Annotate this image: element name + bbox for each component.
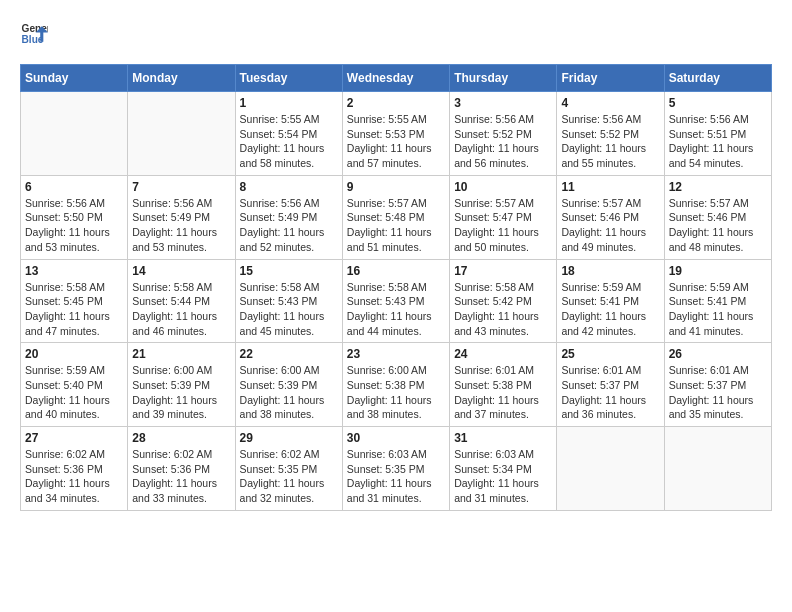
calendar-cell: 28Sunrise: 6:02 AMSunset: 5:36 PMDayligh…	[128, 427, 235, 511]
calendar-header-row: SundayMondayTuesdayWednesdayThursdayFrid…	[21, 65, 772, 92]
weekday-header: Friday	[557, 65, 664, 92]
day-number: 1	[240, 96, 338, 110]
calendar-table: SundayMondayTuesdayWednesdayThursdayFrid…	[20, 64, 772, 511]
calendar-cell: 22Sunrise: 6:00 AMSunset: 5:39 PMDayligh…	[235, 343, 342, 427]
weekday-header: Thursday	[450, 65, 557, 92]
day-detail: Sunrise: 6:02 AMSunset: 5:36 PMDaylight:…	[25, 447, 123, 506]
calendar-week-row: 27Sunrise: 6:02 AMSunset: 5:36 PMDayligh…	[21, 427, 772, 511]
calendar-cell: 15Sunrise: 5:58 AMSunset: 5:43 PMDayligh…	[235, 259, 342, 343]
day-number: 29	[240, 431, 338, 445]
day-detail: Sunrise: 5:56 AMSunset: 5:50 PMDaylight:…	[25, 196, 123, 255]
day-detail: Sunrise: 5:58 AMSunset: 5:42 PMDaylight:…	[454, 280, 552, 339]
day-number: 28	[132, 431, 230, 445]
day-detail: Sunrise: 5:55 AMSunset: 5:53 PMDaylight:…	[347, 112, 445, 171]
day-number: 16	[347, 264, 445, 278]
calendar-week-row: 1Sunrise: 5:55 AMSunset: 5:54 PMDaylight…	[21, 92, 772, 176]
weekday-header: Tuesday	[235, 65, 342, 92]
day-number: 6	[25, 180, 123, 194]
day-number: 3	[454, 96, 552, 110]
day-number: 15	[240, 264, 338, 278]
calendar-cell: 30Sunrise: 6:03 AMSunset: 5:35 PMDayligh…	[342, 427, 449, 511]
day-detail: Sunrise: 5:59 AMSunset: 5:41 PMDaylight:…	[561, 280, 659, 339]
day-detail: Sunrise: 5:57 AMSunset: 5:46 PMDaylight:…	[561, 196, 659, 255]
calendar-cell: 24Sunrise: 6:01 AMSunset: 5:38 PMDayligh…	[450, 343, 557, 427]
calendar-cell: 16Sunrise: 5:58 AMSunset: 5:43 PMDayligh…	[342, 259, 449, 343]
day-detail: Sunrise: 5:56 AMSunset: 5:52 PMDaylight:…	[454, 112, 552, 171]
day-detail: Sunrise: 5:56 AMSunset: 5:49 PMDaylight:…	[240, 196, 338, 255]
day-detail: Sunrise: 5:56 AMSunset: 5:49 PMDaylight:…	[132, 196, 230, 255]
calendar-week-row: 20Sunrise: 5:59 AMSunset: 5:40 PMDayligh…	[21, 343, 772, 427]
day-detail: Sunrise: 5:57 AMSunset: 5:46 PMDaylight:…	[669, 196, 767, 255]
day-detail: Sunrise: 5:59 AMSunset: 5:41 PMDaylight:…	[669, 280, 767, 339]
calendar-cell: 23Sunrise: 6:00 AMSunset: 5:38 PMDayligh…	[342, 343, 449, 427]
calendar-cell: 7Sunrise: 5:56 AMSunset: 5:49 PMDaylight…	[128, 175, 235, 259]
day-detail: Sunrise: 5:55 AMSunset: 5:54 PMDaylight:…	[240, 112, 338, 171]
day-number: 14	[132, 264, 230, 278]
calendar-cell: 1Sunrise: 5:55 AMSunset: 5:54 PMDaylight…	[235, 92, 342, 176]
day-number: 2	[347, 96, 445, 110]
logo-icon: General Blue	[20, 20, 48, 48]
calendar-cell: 9Sunrise: 5:57 AMSunset: 5:48 PMDaylight…	[342, 175, 449, 259]
day-number: 19	[669, 264, 767, 278]
calendar-cell: 3Sunrise: 5:56 AMSunset: 5:52 PMDaylight…	[450, 92, 557, 176]
day-detail: Sunrise: 5:57 AMSunset: 5:47 PMDaylight:…	[454, 196, 552, 255]
calendar-cell: 29Sunrise: 6:02 AMSunset: 5:35 PMDayligh…	[235, 427, 342, 511]
day-detail: Sunrise: 6:01 AMSunset: 5:38 PMDaylight:…	[454, 363, 552, 422]
day-detail: Sunrise: 6:00 AMSunset: 5:38 PMDaylight:…	[347, 363, 445, 422]
weekday-header: Monday	[128, 65, 235, 92]
day-detail: Sunrise: 6:02 AMSunset: 5:35 PMDaylight:…	[240, 447, 338, 506]
day-number: 12	[669, 180, 767, 194]
calendar-cell	[21, 92, 128, 176]
day-detail: Sunrise: 6:03 AMSunset: 5:35 PMDaylight:…	[347, 447, 445, 506]
day-detail: Sunrise: 6:00 AMSunset: 5:39 PMDaylight:…	[132, 363, 230, 422]
day-number: 13	[25, 264, 123, 278]
calendar-cell: 21Sunrise: 6:00 AMSunset: 5:39 PMDayligh…	[128, 343, 235, 427]
day-number: 5	[669, 96, 767, 110]
day-number: 24	[454, 347, 552, 361]
calendar-cell: 31Sunrise: 6:03 AMSunset: 5:34 PMDayligh…	[450, 427, 557, 511]
weekday-header: Sunday	[21, 65, 128, 92]
day-number: 8	[240, 180, 338, 194]
day-number: 27	[25, 431, 123, 445]
calendar-cell: 4Sunrise: 5:56 AMSunset: 5:52 PMDaylight…	[557, 92, 664, 176]
day-number: 22	[240, 347, 338, 361]
day-detail: Sunrise: 5:56 AMSunset: 5:51 PMDaylight:…	[669, 112, 767, 171]
day-detail: Sunrise: 5:58 AMSunset: 5:43 PMDaylight:…	[240, 280, 338, 339]
day-detail: Sunrise: 5:58 AMSunset: 5:43 PMDaylight:…	[347, 280, 445, 339]
day-number: 18	[561, 264, 659, 278]
day-detail: Sunrise: 5:58 AMSunset: 5:45 PMDaylight:…	[25, 280, 123, 339]
weekday-header: Saturday	[664, 65, 771, 92]
calendar-cell: 10Sunrise: 5:57 AMSunset: 5:47 PMDayligh…	[450, 175, 557, 259]
day-detail: Sunrise: 5:56 AMSunset: 5:52 PMDaylight:…	[561, 112, 659, 171]
day-number: 26	[669, 347, 767, 361]
calendar-cell: 6Sunrise: 5:56 AMSunset: 5:50 PMDaylight…	[21, 175, 128, 259]
calendar-cell: 20Sunrise: 5:59 AMSunset: 5:40 PMDayligh…	[21, 343, 128, 427]
day-number: 21	[132, 347, 230, 361]
day-number: 4	[561, 96, 659, 110]
day-detail: Sunrise: 5:58 AMSunset: 5:44 PMDaylight:…	[132, 280, 230, 339]
day-detail: Sunrise: 6:02 AMSunset: 5:36 PMDaylight:…	[132, 447, 230, 506]
calendar-cell: 19Sunrise: 5:59 AMSunset: 5:41 PMDayligh…	[664, 259, 771, 343]
day-number: 7	[132, 180, 230, 194]
calendar-cell	[664, 427, 771, 511]
calendar-week-row: 13Sunrise: 5:58 AMSunset: 5:45 PMDayligh…	[21, 259, 772, 343]
calendar-cell: 11Sunrise: 5:57 AMSunset: 5:46 PMDayligh…	[557, 175, 664, 259]
day-number: 25	[561, 347, 659, 361]
calendar-cell: 17Sunrise: 5:58 AMSunset: 5:42 PMDayligh…	[450, 259, 557, 343]
calendar-cell: 12Sunrise: 5:57 AMSunset: 5:46 PMDayligh…	[664, 175, 771, 259]
calendar-cell: 2Sunrise: 5:55 AMSunset: 5:53 PMDaylight…	[342, 92, 449, 176]
day-number: 10	[454, 180, 552, 194]
calendar-cell	[128, 92, 235, 176]
calendar-cell: 8Sunrise: 5:56 AMSunset: 5:49 PMDaylight…	[235, 175, 342, 259]
day-number: 20	[25, 347, 123, 361]
day-detail: Sunrise: 6:01 AMSunset: 5:37 PMDaylight:…	[561, 363, 659, 422]
day-detail: Sunrise: 5:59 AMSunset: 5:40 PMDaylight:…	[25, 363, 123, 422]
calendar-week-row: 6Sunrise: 5:56 AMSunset: 5:50 PMDaylight…	[21, 175, 772, 259]
calendar-cell: 13Sunrise: 5:58 AMSunset: 5:45 PMDayligh…	[21, 259, 128, 343]
day-detail: Sunrise: 6:01 AMSunset: 5:37 PMDaylight:…	[669, 363, 767, 422]
day-number: 11	[561, 180, 659, 194]
calendar-cell: 18Sunrise: 5:59 AMSunset: 5:41 PMDayligh…	[557, 259, 664, 343]
day-detail: Sunrise: 5:57 AMSunset: 5:48 PMDaylight:…	[347, 196, 445, 255]
calendar-cell: 27Sunrise: 6:02 AMSunset: 5:36 PMDayligh…	[21, 427, 128, 511]
day-number: 23	[347, 347, 445, 361]
